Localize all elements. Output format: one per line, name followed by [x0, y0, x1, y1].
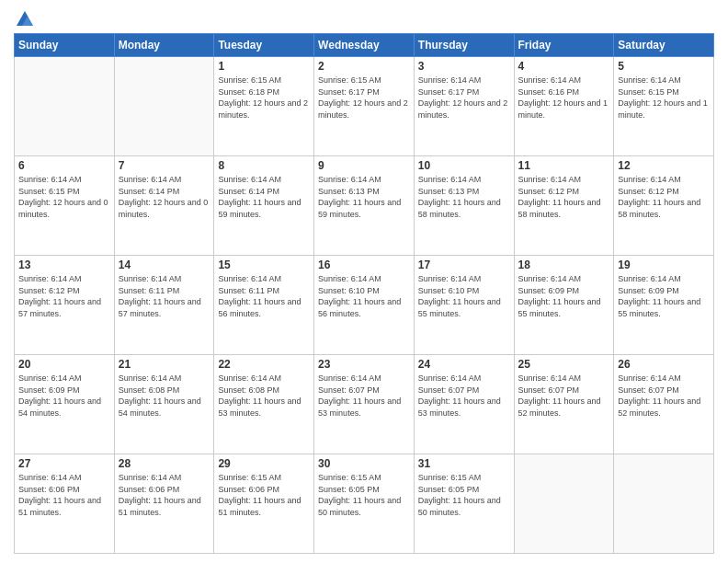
calendar-cell: 21Sunrise: 6:14 AM Sunset: 6:08 PM Dayli…: [114, 355, 214, 454]
day-info: Sunrise: 6:15 AM Sunset: 6:05 PM Dayligh…: [318, 472, 410, 518]
calendar-cell: 25Sunrise: 6:14 AM Sunset: 6:07 PM Dayli…: [514, 355, 614, 454]
day-info: Sunrise: 6:14 AM Sunset: 6:07 PM Dayligh…: [518, 373, 610, 419]
day-number: 11: [518, 159, 610, 172]
calendar-cell: 3Sunrise: 6:14 AM Sunset: 6:17 PM Daylig…: [414, 57, 514, 156]
calendar-cell: 8Sunrise: 6:14 AM Sunset: 6:14 PM Daylig…: [214, 156, 314, 256]
day-number: 17: [418, 259, 510, 271]
day-number: 30: [318, 457, 410, 470]
day-info: Sunrise: 6:14 AM Sunset: 6:09 PM Dayligh…: [18, 373, 110, 419]
weekday-header-tuesday: Tuesday: [214, 34, 314, 57]
day-info: Sunrise: 6:14 AM Sunset: 6:06 PM Dayligh…: [119, 472, 210, 518]
day-info: Sunrise: 6:14 AM Sunset: 6:16 PM Dayligh…: [518, 75, 610, 121]
day-info: Sunrise: 6:14 AM Sunset: 6:10 PM Dayligh…: [418, 273, 510, 319]
day-info: Sunrise: 6:14 AM Sunset: 6:12 PM Dayligh…: [18, 273, 110, 319]
weekday-header-saturday: Saturday: [614, 34, 714, 57]
calendar-cell: 4Sunrise: 6:14 AM Sunset: 6:16 PM Daylig…: [514, 57, 614, 156]
day-number: 12: [618, 159, 710, 172]
calendar-week-3: 13Sunrise: 6:14 AM Sunset: 6:12 PM Dayli…: [15, 256, 714, 355]
calendar-cell: 5Sunrise: 6:14 AM Sunset: 6:15 PM Daylig…: [614, 57, 714, 156]
calendar-cell: 13Sunrise: 6:14 AM Sunset: 6:12 PM Dayli…: [15, 256, 115, 355]
day-info: Sunrise: 6:14 AM Sunset: 6:08 PM Dayligh…: [119, 373, 210, 419]
calendar-cell: 30Sunrise: 6:15 AM Sunset: 6:05 PM Dayli…: [314, 454, 415, 554]
logo: [14, 9, 35, 26]
day-info: Sunrise: 6:15 AM Sunset: 6:05 PM Dayligh…: [418, 472, 510, 518]
day-info: Sunrise: 6:14 AM Sunset: 6:13 PM Dayligh…: [418, 174, 510, 220]
calendar-cell: 31Sunrise: 6:15 AM Sunset: 6:05 PM Dayli…: [414, 454, 514, 554]
day-number: 21: [119, 358, 210, 371]
calendar-cell: 11Sunrise: 6:14 AM Sunset: 6:12 PM Dayli…: [514, 156, 614, 256]
calendar-cell: 24Sunrise: 6:14 AM Sunset: 6:07 PM Dayli…: [414, 355, 514, 454]
day-info: Sunrise: 6:14 AM Sunset: 6:07 PM Dayligh…: [318, 373, 410, 419]
day-number: 19: [618, 259, 710, 271]
calendar-cell: 18Sunrise: 6:14 AM Sunset: 6:09 PM Dayli…: [514, 256, 614, 355]
day-info: Sunrise: 6:14 AM Sunset: 6:08 PM Dayligh…: [218, 373, 310, 419]
calendar-week-4: 20Sunrise: 6:14 AM Sunset: 6:09 PM Dayli…: [15, 355, 714, 454]
day-number: 22: [218, 358, 310, 371]
calendar-cell: 27Sunrise: 6:14 AM Sunset: 6:06 PM Dayli…: [15, 454, 115, 554]
weekday-header-thursday: Thursday: [414, 34, 514, 57]
day-info: Sunrise: 6:14 AM Sunset: 6:09 PM Dayligh…: [518, 273, 610, 319]
day-info: Sunrise: 6:14 AM Sunset: 6:07 PM Dayligh…: [418, 373, 510, 419]
weekday-header-row: SundayMondayTuesdayWednesdayThursdayFrid…: [15, 34, 714, 57]
weekday-header-sunday: Sunday: [15, 34, 115, 57]
day-number: 10: [418, 159, 510, 172]
day-number: 6: [18, 159, 110, 172]
calendar-cell: 12Sunrise: 6:14 AM Sunset: 6:12 PM Dayli…: [614, 156, 714, 256]
day-info: Sunrise: 6:15 AM Sunset: 6:06 PM Dayligh…: [218, 472, 310, 518]
calendar-cell: 2Sunrise: 6:15 AM Sunset: 6:17 PM Daylig…: [314, 57, 415, 156]
day-info: Sunrise: 6:14 AM Sunset: 6:09 PM Dayligh…: [618, 273, 710, 319]
day-info: Sunrise: 6:14 AM Sunset: 6:14 PM Dayligh…: [119, 174, 210, 220]
day-number: 2: [318, 60, 410, 73]
calendar-cell: 29Sunrise: 6:15 AM Sunset: 6:06 PM Dayli…: [214, 454, 314, 554]
page: SundayMondayTuesdayWednesdayThursdayFrid…: [0, 0, 728, 563]
day-info: Sunrise: 6:14 AM Sunset: 6:11 PM Dayligh…: [119, 273, 210, 319]
day-number: 27: [18, 457, 110, 470]
day-number: 14: [119, 259, 210, 271]
day-info: Sunrise: 6:14 AM Sunset: 6:15 PM Dayligh…: [618, 75, 710, 121]
calendar-cell: [514, 454, 614, 554]
day-number: 13: [18, 259, 110, 271]
day-number: 29: [218, 457, 310, 470]
weekday-header-friday: Friday: [514, 34, 614, 57]
calendar-cell: 7Sunrise: 6:14 AM Sunset: 6:14 PM Daylig…: [114, 156, 214, 256]
calendar-cell: 19Sunrise: 6:14 AM Sunset: 6:09 PM Dayli…: [614, 256, 714, 355]
day-number: 7: [119, 159, 210, 172]
calendar-cell: 6Sunrise: 6:14 AM Sunset: 6:15 PM Daylig…: [15, 156, 115, 256]
day-info: Sunrise: 6:14 AM Sunset: 6:13 PM Dayligh…: [318, 174, 410, 220]
calendar-cell: 1Sunrise: 6:15 AM Sunset: 6:18 PM Daylig…: [214, 57, 314, 156]
calendar-cell: 15Sunrise: 6:14 AM Sunset: 6:11 PM Dayli…: [214, 256, 314, 355]
day-number: 23: [318, 358, 410, 371]
day-info: Sunrise: 6:14 AM Sunset: 6:12 PM Dayligh…: [618, 174, 710, 220]
calendar-table: SundayMondayTuesdayWednesdayThursdayFrid…: [14, 33, 714, 554]
day-number: 8: [218, 159, 310, 172]
day-number: 28: [119, 457, 210, 470]
day-info: Sunrise: 6:15 AM Sunset: 6:17 PM Dayligh…: [318, 75, 410, 121]
day-number: 3: [418, 60, 510, 73]
day-number: 4: [518, 60, 610, 73]
calendar-cell: 17Sunrise: 6:14 AM Sunset: 6:10 PM Dayli…: [414, 256, 514, 355]
day-number: 26: [618, 358, 710, 371]
calendar-cell: [15, 57, 115, 156]
calendar-cell: 28Sunrise: 6:14 AM Sunset: 6:06 PM Dayli…: [114, 454, 214, 554]
day-info: Sunrise: 6:14 AM Sunset: 6:12 PM Dayligh…: [518, 174, 610, 220]
calendar-cell: [114, 57, 214, 156]
calendar-cell: 20Sunrise: 6:14 AM Sunset: 6:09 PM Dayli…: [15, 355, 115, 454]
day-number: 18: [518, 259, 610, 271]
day-info: Sunrise: 6:14 AM Sunset: 6:06 PM Dayligh…: [18, 472, 110, 518]
day-number: 25: [518, 358, 610, 371]
day-number: 20: [18, 358, 110, 371]
calendar-week-2: 6Sunrise: 6:14 AM Sunset: 6:15 PM Daylig…: [15, 156, 714, 256]
day-number: 15: [218, 259, 310, 271]
day-number: 31: [418, 457, 510, 470]
calendar-cell: 10Sunrise: 6:14 AM Sunset: 6:13 PM Dayli…: [414, 156, 514, 256]
calendar-cell: 14Sunrise: 6:14 AM Sunset: 6:11 PM Dayli…: [114, 256, 214, 355]
day-info: Sunrise: 6:14 AM Sunset: 6:15 PM Dayligh…: [18, 174, 110, 220]
day-number: 9: [318, 159, 410, 172]
day-info: Sunrise: 6:15 AM Sunset: 6:18 PM Dayligh…: [218, 75, 310, 121]
weekday-header-monday: Monday: [114, 34, 214, 57]
day-number: 16: [318, 259, 410, 271]
weekday-header-wednesday: Wednesday: [314, 34, 415, 57]
day-info: Sunrise: 6:14 AM Sunset: 6:17 PM Dayligh…: [418, 75, 510, 121]
day-info: Sunrise: 6:14 AM Sunset: 6:10 PM Dayligh…: [318, 273, 410, 319]
day-number: 24: [418, 358, 510, 371]
